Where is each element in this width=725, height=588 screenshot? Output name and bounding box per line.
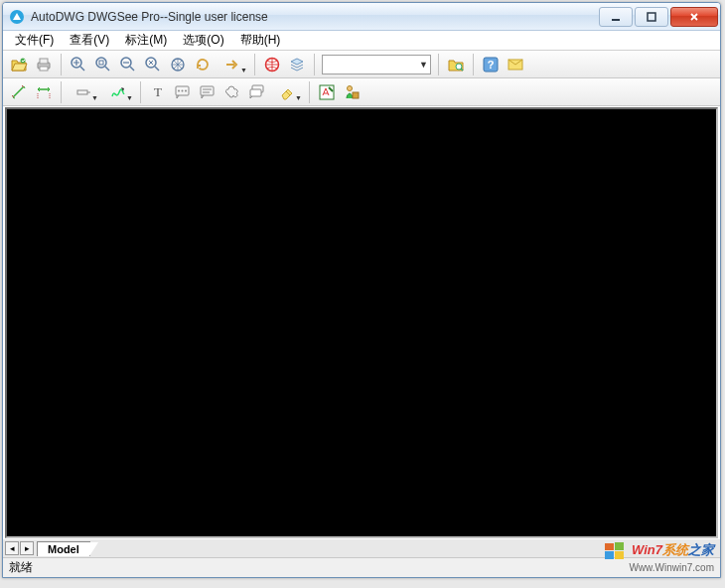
separator (254, 54, 255, 75)
svg-rect-24 (201, 86, 214, 95)
svg-rect-26 (250, 89, 261, 96)
drawing-canvas[interactable] (5, 107, 718, 538)
eraser-button[interactable]: ▼ (270, 80, 304, 104)
dropdown-arrow-icon: ▼ (240, 67, 247, 74)
window-controls (597, 7, 718, 27)
svg-point-3 (21, 58, 26, 63)
dropdown-arrow-icon: ▼ (91, 94, 98, 101)
zoom-out-button[interactable] (116, 53, 140, 76)
tab-scroll-left[interactable]: ◂ (5, 541, 19, 555)
cloud-comment-button[interactable] (220, 80, 244, 104)
svg-rect-32 (605, 551, 614, 559)
svg-point-22 (182, 89, 184, 91)
forward-button[interactable]: ▼ (216, 53, 249, 76)
tab-scroll-right[interactable]: ▸ (20, 541, 34, 555)
comment-dots-button[interactable] (171, 80, 195, 104)
separator (140, 81, 141, 103)
svg-rect-5 (40, 59, 48, 64)
application-window: AutoDWG DWGSee Pro--Single user license … (2, 2, 721, 578)
menu-view[interactable]: 查看(V) (62, 30, 117, 51)
svg-rect-2 (648, 13, 655, 21)
svg-rect-1 (612, 19, 620, 21)
refresh-button[interactable] (191, 53, 215, 76)
watermark-url: Www.Winwin7.com (604, 562, 714, 573)
menu-markup[interactable]: 标注(M) (117, 30, 175, 51)
world-button[interactable] (260, 53, 284, 76)
watermark: Win7系统之家 Www.Winwin7.com (604, 540, 714, 573)
separator (438, 54, 439, 75)
separator (314, 54, 315, 75)
zoom-window-button[interactable] (141, 53, 165, 76)
menu-file[interactable]: 文件(F) (7, 30, 62, 51)
app-icon (9, 9, 25, 25)
tab-model[interactable]: Model (37, 541, 90, 556)
dropdown-arrow-icon: ▼ (126, 94, 133, 101)
svg-point-8 (96, 58, 106, 68)
open-button[interactable] (7, 53, 31, 76)
maximize-button[interactable] (635, 7, 668, 27)
svg-point-23 (185, 89, 187, 91)
svg-rect-6 (40, 67, 48, 71)
watermark-text-c: 之家 (688, 542, 714, 557)
svg-rect-33 (615, 551, 624, 559)
dropdown-arrow-icon: ▼ (295, 94, 302, 101)
zoom-fit-button[interactable] (91, 53, 115, 76)
dim-aligned-button[interactable] (7, 80, 31, 104)
polyline-button[interactable]: ▼ (101, 80, 135, 104)
person-bag-button[interactable] (340, 80, 363, 104)
svg-rect-29 (353, 92, 359, 98)
svg-text:?: ? (488, 59, 495, 71)
text-button[interactable]: T (146, 80, 170, 104)
zoom-in-button[interactable] (67, 53, 90, 76)
separator (309, 81, 310, 103)
print-button[interactable] (32, 53, 56, 76)
svg-rect-27 (320, 85, 334, 99)
dim-continue-button[interactable]: ▼ (67, 80, 100, 104)
dropdown-arrow-icon: ▼ (419, 60, 428, 70)
title-bar: AutoDWG DWGSee Pro--Single user license (3, 3, 720, 31)
separator (61, 81, 62, 103)
watermark-text-a: Win7 (632, 542, 662, 557)
menu-options[interactable]: 选项(O) (175, 30, 231, 51)
svg-point-21 (178, 89, 180, 91)
separator (61, 54, 62, 75)
stamp-button[interactable] (315, 80, 339, 104)
status-text: 就绪 (9, 559, 33, 576)
comments-multi-button[interactable] (245, 80, 269, 104)
window-title: AutoDWG DWGSee Pro--Single user license (31, 10, 597, 24)
watermark-text-b: 系统 (662, 542, 688, 557)
layer-combo[interactable]: ▼ (322, 55, 431, 74)
separator (473, 54, 474, 75)
svg-point-28 (348, 85, 353, 90)
svg-rect-30 (605, 543, 614, 550)
toolbar-markup: ▼ ▼ T ▼ (3, 78, 720, 106)
help-button[interactable]: ? (479, 53, 503, 76)
comment-lines-button[interactable] (196, 80, 219, 104)
mail-button[interactable] (504, 53, 527, 76)
watermark-logo-icon (604, 540, 626, 562)
svg-rect-9 (99, 61, 103, 65)
close-button[interactable] (670, 7, 718, 27)
svg-rect-31 (615, 542, 624, 550)
zoom-extents-button[interactable] (166, 53, 190, 76)
minimize-button[interactable] (599, 7, 633, 27)
dim-linear-button[interactable] (32, 80, 56, 104)
svg-rect-18 (77, 90, 87, 94)
svg-text:T: T (154, 84, 162, 99)
layers-button[interactable] (285, 53, 309, 76)
menu-help[interactable]: 帮助(H) (232, 30, 289, 51)
menu-bar: 文件(F) 查看(V) 标注(M) 选项(O) 帮助(H) (3, 31, 720, 51)
tab-label: Model (48, 543, 79, 555)
toolbar-main: ▼ ▼ ? (3, 51, 720, 78)
folder-search-button[interactable] (444, 53, 468, 76)
